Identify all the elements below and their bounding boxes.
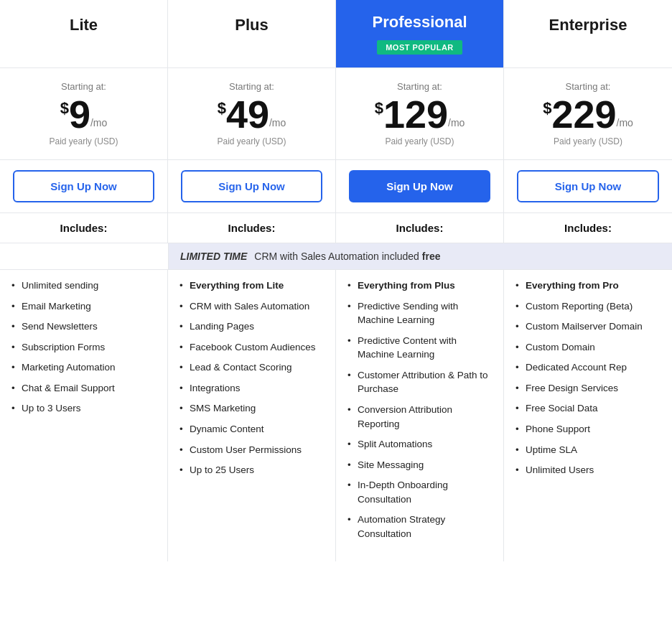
- pro-features-cell: Everything from Plus Predictive Sending …: [336, 270, 504, 561]
- banner-label: LIMITED TIME: [180, 251, 247, 262]
- list-item: Everything from Lite: [179, 279, 324, 293]
- list-item: CRM with Sales Automation: [179, 299, 324, 314]
- signup-buttons-row: Sign Up Now Sign Up Now Sign Up Now Sign…: [0, 159, 672, 212]
- enterprise-signup-button[interactable]: Sign Up Now: [517, 170, 659, 202]
- plus-includes: Includes:: [168, 213, 336, 243]
- list-item: Landing Pages: [179, 319, 324, 334]
- list-item: Integrations: [179, 381, 324, 396]
- banner-text-plain: CRM with Sales Automation included: [254, 251, 421, 262]
- plus-paid-yearly: Paid yearly (USD): [177, 136, 327, 146]
- list-item: Custom User Permissions: [179, 443, 324, 457]
- list-item: Send Newsletters: [11, 319, 156, 334]
- professional-plan-name: Professional: [347, 13, 492, 32]
- plus-starting-at: Starting at:: [177, 81, 327, 92]
- list-item: Up to 25 Users: [179, 463, 324, 477]
- ent-starting-at: Starting at:: [513, 81, 663, 92]
- plus-header: Plus: [168, 0, 336, 67]
- features-row: Unlimited sending Email Marketing Send N…: [0, 269, 672, 561]
- list-item: Lead & Contact Scoring: [179, 360, 324, 375]
- professional-signup-button[interactable]: Sign Up Now: [349, 170, 490, 202]
- enterprise-features-list: Everything from Pro Custom Reporting (Be…: [515, 279, 661, 477]
- plus-signup-cell: Sign Up Now: [168, 160, 336, 212]
- list-item: Dedicated Account Rep: [515, 360, 661, 375]
- enterprise-signup-cell: Sign Up Now: [504, 160, 672, 212]
- ent-per-mo: /mo: [617, 118, 633, 134]
- pro-includes: Includes:: [336, 213, 504, 243]
- lite-includes: Includes:: [0, 213, 168, 243]
- list-item: Email Marketing: [11, 299, 156, 314]
- lite-dollar: $: [60, 95, 69, 116]
- list-item: Free Design Services: [515, 381, 661, 396]
- list-item: Custom Mailserver Domain: [515, 319, 661, 334]
- lite-signup-button[interactable]: Sign Up Now: [13, 170, 154, 202]
- plus-per-mo: /mo: [269, 118, 286, 134]
- lite-features-list: Unlimited sending Email Marketing Send N…: [11, 279, 156, 416]
- list-item: Unlimited Users: [515, 463, 661, 477]
- lite-signup-cell: Sign Up Now: [0, 160, 168, 212]
- list-item: In-Depth Onboarding Consultation: [347, 478, 492, 506]
- ent-price-number: 229: [551, 95, 616, 134]
- ent-paid-yearly: Paid yearly (USD): [513, 136, 663, 146]
- ent-includes: Includes:: [504, 213, 672, 243]
- price-row: Starting at: $ 9 /mo Paid yearly (USD) S…: [0, 67, 672, 159]
- list-item: Dynamic Content: [179, 422, 324, 436]
- pro-features-list: Everything from Plus Predictive Sending …: [347, 279, 492, 541]
- list-item: Everything from Plus: [347, 279, 492, 293]
- pro-paid-yearly: Paid yearly (USD): [345, 136, 495, 146]
- list-item: Automation Strategy Consultation: [347, 513, 492, 541]
- lite-per-mo: /mo: [90, 118, 107, 134]
- professional-price-cell: Starting at: $ 129 /mo Paid yearly (USD): [336, 68, 504, 159]
- list-item: Chat & Email Support: [11, 381, 156, 396]
- professional-signup-cell: Sign Up Now: [336, 160, 504, 212]
- list-item: Subscription Forms: [11, 340, 156, 355]
- list-item: Free Social Data: [515, 401, 661, 416]
- plus-price-cell: Starting at: $ 49 /mo Paid yearly (USD): [168, 68, 336, 159]
- list-item: Custom Reporting (Beta): [515, 299, 661, 314]
- list-item: Predictive Content with Machine Learning: [347, 334, 492, 362]
- plus-signup-button[interactable]: Sign Up Now: [181, 170, 322, 202]
- list-item: Up to 3 Users: [11, 401, 156, 416]
- enterprise-features-cell: Everything from Pro Custom Reporting (Be…: [504, 270, 672, 561]
- ent-dollar: $: [543, 95, 551, 116]
- professional-header: Professional MOST POPULAR: [336, 0, 504, 67]
- lite-header: Lite: [0, 0, 168, 67]
- lite-price-amount: $ 9 /mo: [9, 95, 159, 134]
- banner-content: LIMITED TIME CRM with Sales Automation i…: [168, 243, 672, 269]
- lite-paid-yearly: Paid yearly (USD): [9, 136, 159, 146]
- plus-price-number: 49: [226, 95, 269, 134]
- list-item: Conversion Attribution Reporting: [347, 403, 492, 431]
- ent-price-amount: $ 229 /mo: [513, 95, 663, 134]
- list-item: Phone Support: [515, 422, 661, 436]
- enterprise-price-cell: Starting at: $ 229 /mo Paid yearly (USD): [504, 68, 672, 159]
- lite-price-number: 9: [69, 95, 90, 134]
- enterprise-plan-name: Enterprise: [515, 16, 661, 34]
- plus-plan-name: Plus: [179, 16, 324, 34]
- list-item: Customer Attribution & Path to Purchase: [347, 368, 492, 396]
- pro-price-amount: $ 129 /mo: [345, 95, 495, 134]
- plus-features-list: Everything from Lite CRM with Sales Auto…: [179, 279, 324, 477]
- lite-price-cell: Starting at: $ 9 /mo Paid yearly (USD): [0, 68, 168, 159]
- pro-starting-at: Starting at:: [345, 81, 495, 92]
- lite-features-cell: Unlimited sending Email Marketing Send N…: [0, 270, 168, 561]
- most-popular-badge-wrap: MOST POPULAR: [347, 36, 492, 55]
- pro-price-number: 129: [383, 95, 448, 134]
- list-item: Split Automations: [347, 437, 492, 452]
- list-item: Marketing Automation: [11, 360, 156, 375]
- list-item: SMS Marketing: [179, 401, 324, 416]
- lite-starting-at: Starting at:: [9, 81, 159, 92]
- banner-text: CRM with Sales Automation included free: [254, 251, 440, 262]
- list-item: Everything from Pro: [515, 279, 661, 293]
- list-item: Unlimited sending: [11, 279, 156, 293]
- most-popular-badge: MOST POPULAR: [377, 40, 462, 55]
- plus-features-cell: Everything from Lite CRM with Sales Auto…: [168, 270, 336, 561]
- list-item: Predictive Sending with Machine Learning: [347, 299, 492, 327]
- list-item: Uptime SLA: [515, 443, 661, 457]
- plan-names-row: Lite Plus Professional MOST POPULAR Ente…: [0, 0, 672, 67]
- lite-plan-name: Lite: [11, 16, 156, 34]
- lite-features-placeholder: [0, 243, 168, 269]
- includes-row: Includes: Includes: Includes: Includes:: [0, 212, 672, 243]
- pro-per-mo: /mo: [448, 118, 465, 134]
- list-item: Facebook Custom Audiences: [179, 340, 324, 355]
- pro-dollar: $: [375, 95, 383, 116]
- pricing-table: Lite Plus Professional MOST POPULAR Ente…: [0, 0, 672, 561]
